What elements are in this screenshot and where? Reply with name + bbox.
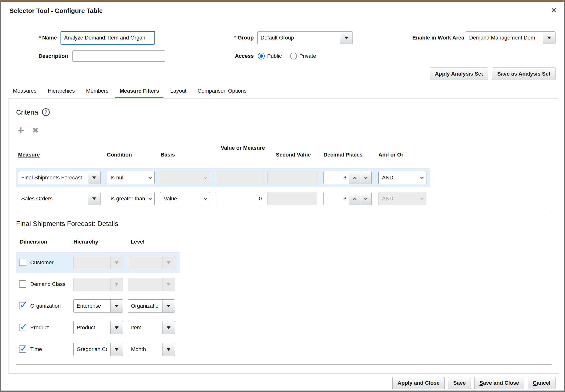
second-value-field: [267, 171, 317, 184]
tab-comparison-options[interactable]: Comparison Options: [193, 84, 251, 98]
spinner-down-button[interactable]: [360, 171, 372, 184]
second-value-field: [267, 192, 317, 205]
hierarchy-dropdown-button[interactable]: [110, 299, 123, 312]
details-title: Final Shipments Forecast: Details: [16, 220, 118, 228]
column-header-value-or-measure: Value or Measure: [215, 144, 265, 152]
level-dropdown-button[interactable]: [162, 343, 175, 356]
organization-checkbox[interactable]: [19, 302, 26, 309]
dimension-row-customer[interactable]: Customer: [16, 252, 180, 273]
chevron-down-icon: [148, 196, 152, 200]
level-dropdown-button[interactable]: [162, 321, 175, 334]
spinner-up-button[interactable]: [349, 192, 360, 205]
value-input[interactable]: [215, 192, 265, 205]
measure-dropdown-button[interactable]: [88, 171, 101, 184]
footer-buttons: Apply and Close Save Save and Close Canc…: [392, 377, 555, 389]
work-area-input[interactable]: [466, 31, 543, 44]
hierarchy-dropdown-button: [110, 278, 123, 291]
hierarchy-combobox: [73, 278, 123, 291]
hierarchy-dropdown-button[interactable]: [110, 343, 123, 356]
save-button[interactable]: Save: [448, 377, 471, 389]
dropdown-arrow-icon: [167, 261, 171, 264]
criteria-row[interactable]: Is greater than Value AND: [16, 189, 430, 208]
column-header-and-or-or: And or Or: [378, 152, 404, 158]
criteria-row[interactable]: Is null AND: [16, 168, 430, 187]
divider: [16, 250, 180, 250]
measure-dropdown-button[interactable]: [88, 192, 101, 205]
level-combobox: [128, 256, 175, 269]
hierarchy-dropdown-button: [110, 256, 123, 269]
dimension-row-organization[interactable]: Organization: [16, 295, 180, 316]
decimal-places-input[interactable]: [323, 171, 349, 184]
hierarchy-input[interactable]: [73, 299, 111, 312]
level-combobox: [128, 278, 175, 291]
chevron-down-icon: [364, 175, 368, 179]
name-input[interactable]: [60, 31, 155, 45]
save-as-analysis-set-button[interactable]: Save as Analysis Set: [492, 68, 555, 80]
dimension-row-product[interactable]: Product: [16, 317, 180, 338]
group-label: *Group: [216, 31, 254, 45]
level-dropdown-button[interactable]: [162, 299, 175, 312]
column-header-hierarchy: Hierarchy: [73, 239, 98, 245]
hierarchy-combobox: [73, 299, 123, 312]
customer-checkbox[interactable]: [19, 259, 26, 266]
hierarchy-input[interactable]: [73, 321, 111, 334]
dimension-row-time[interactable]: Time: [16, 339, 180, 360]
tab-layout[interactable]: Layout: [166, 84, 191, 98]
access-public-radio[interactable]: [258, 53, 265, 59]
dropdown-arrow-icon: [115, 326, 118, 329]
dropdown-arrow-icon: [115, 283, 118, 286]
measure-input[interactable]: [18, 192, 88, 205]
column-header-second-value: Second Value: [276, 152, 311, 158]
spinner-up-button[interactable]: [349, 171, 360, 184]
analysis-set-buttons: Apply Analysis Set Save as Analysis Set: [430, 68, 555, 80]
group-combobox: [257, 31, 353, 44]
condition-select[interactable]: Is null: [107, 171, 155, 184]
tab-hierarchies[interactable]: Hierarchies: [43, 84, 79, 98]
access-private-radio[interactable]: [290, 53, 297, 59]
apply-and-close-button[interactable]: Apply and Close: [392, 377, 445, 389]
description-label-text: Description: [39, 53, 68, 59]
and-or-select[interactable]: AND: [378, 171, 426, 184]
criteria-toolbar: + ✖: [17, 125, 39, 136]
cancel-button[interactable]: Cancel: [528, 377, 555, 389]
level-input: [128, 278, 162, 291]
basis-select[interactable]: Value: [160, 192, 210, 205]
add-row-icon[interactable]: +: [17, 125, 24, 136]
measure-input[interactable]: [18, 171, 88, 184]
level-combobox: [128, 321, 175, 334]
group-label-text: Group: [238, 35, 254, 41]
delete-row-icon[interactable]: ✖: [32, 126, 39, 135]
condition-select[interactable]: Is greater than: [107, 192, 155, 205]
product-checkbox[interactable]: [19, 324, 26, 331]
close-icon[interactable]: ✕: [551, 6, 557, 15]
hierarchy-dropdown-button[interactable]: [110, 321, 123, 334]
demand-class-checkbox[interactable]: [19, 280, 26, 288]
apply-analysis-set-label: Apply Analysis Set: [435, 71, 483, 77]
level-input[interactable]: [128, 299, 162, 312]
divider: [16, 211, 551, 211]
group-input[interactable]: [257, 31, 340, 44]
description-input[interactable]: [72, 50, 165, 62]
apply-analysis-set-button[interactable]: Apply Analysis Set: [430, 68, 488, 80]
save-and-close-button[interactable]: Save and Close: [474, 377, 524, 389]
tab-members[interactable]: Members: [82, 84, 113, 98]
tab-measure-filters[interactable]: Measure Filters: [116, 84, 163, 98]
cancel-label: Cancel: [533, 380, 550, 386]
group-dropdown-button[interactable]: [340, 31, 353, 44]
chevron-down-icon: [420, 175, 424, 179]
work-area-dropdown-button[interactable]: [543, 31, 555, 44]
hierarchy-input[interactable]: [73, 343, 111, 356]
level-input[interactable]: [128, 321, 162, 334]
spinner-down-button[interactable]: [360, 192, 372, 205]
name-label: *Name: [11, 31, 57, 45]
dimension-label: Product: [30, 317, 49, 338]
apply-and-close-label: Apply and Close: [397, 380, 439, 386]
name-label-text: Name: [42, 35, 57, 41]
decimal-places-input[interactable]: [323, 192, 349, 205]
chevron-down-icon: [204, 196, 208, 200]
tab-measures[interactable]: Measures: [9, 84, 41, 98]
help-icon[interactable]: ?: [42, 108, 50, 116]
time-checkbox[interactable]: [19, 345, 26, 353]
dimension-row-demand-class[interactable]: Demand Class: [16, 274, 180, 295]
level-input[interactable]: [128, 343, 162, 356]
